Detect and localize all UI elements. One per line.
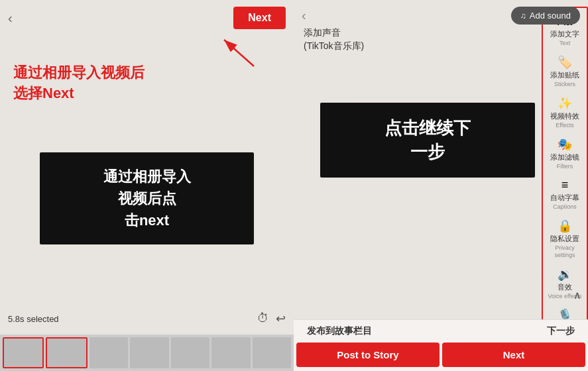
captions-icon: ≡ (561, 178, 569, 192)
effects-sublabel: Effects (556, 122, 573, 129)
film-thumb-7 (253, 337, 291, 368)
selected-duration-text: 5.8s selected (8, 314, 59, 324)
privacy-icon: 🔒 (558, 219, 572, 233)
music-note-icon: ♫ (520, 11, 526, 21)
filters-label: 添加滤镜 (550, 153, 579, 162)
toolbar-privacy[interactable]: 🔒 隐私设置 Privacy settings (544, 215, 585, 262)
privacy-sublabel: Privacy settings (546, 244, 584, 259)
toolbar-effects[interactable]: ✨ 视频特效 Effects (544, 93, 585, 132)
film-thumb-5 (171, 337, 209, 368)
bottom-row1: 发布到故事栏目 下一步 (294, 320, 588, 343)
post-story-label: 发布到故事栏目 (307, 325, 372, 337)
filters-icon: 🎭 (558, 137, 572, 152)
annotation-text-left: 通过相册导入视频后 选择Next (13, 63, 145, 104)
film-thumb-1 (3, 337, 44, 368)
captions-sublabel: Captions (553, 203, 577, 211)
black-box-left: 通过相册导入 视频后点 击next (40, 152, 254, 244)
film-thumb-4 (130, 337, 168, 368)
post-to-story-button[interactable]: Post to Story (296, 343, 440, 367)
voice-effects-icon: 🔉 (558, 267, 572, 282)
next-button[interactable]: Next (233, 7, 286, 29)
black-box-right: 点击继续下 一步 (320, 103, 535, 178)
add-sound-label: Add sound (530, 11, 571, 21)
next-bottom-button[interactable]: Next (442, 343, 585, 367)
red-arrow-annotation (217, 36, 257, 70)
timer-icon[interactable]: ⏱ (257, 311, 269, 326)
toolbar-stickers[interactable]: 🏷️ 添加贴纸 Stickers (544, 52, 585, 91)
chevron-up-button[interactable]: ∧ (573, 289, 581, 301)
film-thumb-3 (89, 337, 128, 368)
left-bottom-bar: 5.8s selected ⏱ ↩ (0, 306, 294, 331)
film-thumb-2 (46, 337, 87, 368)
svg-line-1 (224, 40, 254, 66)
captions-label: 自动字幕 (550, 193, 579, 202)
effects-icon: ✨ (558, 96, 572, 111)
voice-effects-label: 音效 (558, 283, 572, 292)
bottom-icons: ⏱ ↩ (257, 311, 286, 326)
film-thumb-6 (211, 337, 250, 368)
stickers-icon: 🏷️ (558, 55, 572, 70)
privacy-label: 隐私设置 (550, 235, 579, 243)
effects-label: 视频特效 (550, 112, 579, 121)
toolbar-filters[interactable]: 🎭 添加滤镜 Filters (544, 134, 585, 174)
next-step-label: 下一步 (547, 325, 575, 337)
stickers-label: 添加贴纸 (550, 71, 579, 80)
back-arrow-right[interactable]: ‹ (302, 8, 306, 23)
right-top-bar: ‹ ♫ Add sound (294, 0, 588, 31)
right-bottom-area: 发布到故事栏目 下一步 Post to Story Next (294, 319, 588, 371)
add-sound-button[interactable]: ♫ Add sound (511, 7, 580, 25)
stickers-sublabel: Stickers (554, 81, 575, 88)
toolbar-captions[interactable]: ≡ 自动字幕 Captions (544, 175, 585, 214)
filters-sublabel: Filters (557, 163, 573, 170)
filmstrip (0, 335, 294, 371)
flip-icon[interactable]: ↩ (276, 311, 286, 326)
left-panel: ‹ Next 通过相册导入视频后 选择Next 通过相册导入 视频后点 击nex… (0, 0, 294, 371)
right-panel: ‹ ♫ Add sound 添加声音 (TikTok音乐库) Aa 添加文字 T… (294, 0, 588, 371)
back-arrow-left[interactable]: ‹ (8, 11, 13, 26)
bottom-row2: Post to Story Next (294, 343, 588, 371)
text-sublabel: Text (559, 40, 571, 47)
left-top-bar: ‹ Next (0, 0, 294, 36)
